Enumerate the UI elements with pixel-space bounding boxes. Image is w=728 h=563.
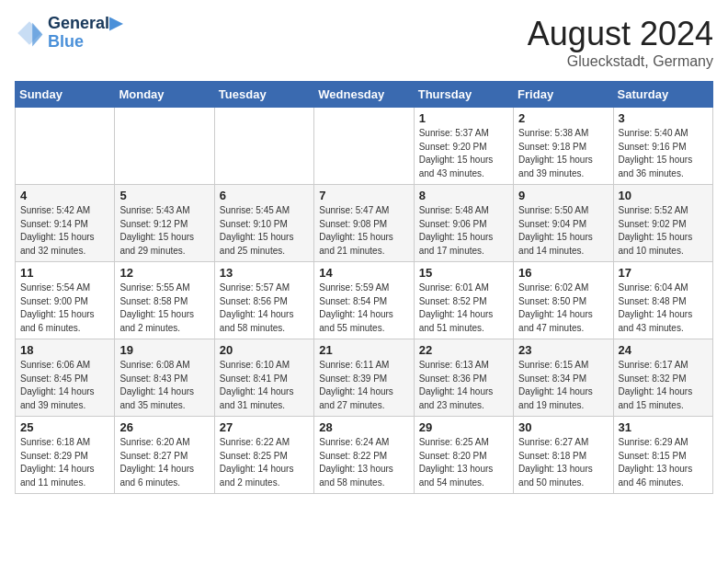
weekday-header-thursday: Thursday bbox=[414, 82, 513, 108]
calendar-cell: 5Sunrise: 5:43 AM Sunset: 9:12 PM Daylig… bbox=[115, 185, 214, 262]
day-info: Sunrise: 5:54 AM Sunset: 9:00 PM Dayligh… bbox=[20, 282, 109, 335]
calendar-cell: 28Sunrise: 6:24 AM Sunset: 8:22 PM Dayli… bbox=[314, 417, 414, 494]
day-info: Sunrise: 5:45 AM Sunset: 9:10 PM Dayligh… bbox=[220, 204, 309, 258]
day-info: Sunrise: 6:02 AM Sunset: 8:50 PM Dayligh… bbox=[518, 282, 608, 335]
day-number: 18 bbox=[20, 343, 109, 357]
calendar-cell bbox=[115, 108, 214, 185]
logo-text: General▶ Blue bbox=[48, 15, 122, 52]
calendar-cell: 22Sunrise: 6:13 AM Sunset: 8:36 PM Dayli… bbox=[414, 339, 513, 417]
day-number: 7 bbox=[319, 189, 408, 202]
calendar-cell: 25Sunrise: 6:18 AM Sunset: 8:29 PM Dayli… bbox=[16, 417, 115, 494]
weekday-header-row: SundayMondayTuesdayWednesdayThursdayFrid… bbox=[16, 82, 713, 108]
calendar-cell bbox=[214, 108, 313, 185]
calendar-cell: 9Sunrise: 5:50 AM Sunset: 9:04 PM Daylig… bbox=[514, 185, 613, 262]
day-info: Sunrise: 6:25 AM Sunset: 8:20 PM Dayligh… bbox=[419, 436, 508, 489]
calendar-week-row: 25Sunrise: 6:18 AM Sunset: 8:29 PM Dayli… bbox=[16, 417, 713, 494]
day-info: Sunrise: 5:43 AM Sunset: 9:12 PM Dayligh… bbox=[119, 204, 209, 258]
day-number: 6 bbox=[220, 189, 309, 202]
weekday-header-tuesday: Tuesday bbox=[214, 82, 313, 108]
calendar-cell: 15Sunrise: 6:01 AM Sunset: 8:52 PM Dayli… bbox=[414, 262, 513, 339]
day-info: Sunrise: 6:29 AM Sunset: 8:15 PM Dayligh… bbox=[619, 436, 708, 489]
day-info: Sunrise: 5:37 AM Sunset: 9:20 PM Dayligh… bbox=[419, 127, 508, 180]
day-number: 2 bbox=[518, 111, 608, 125]
day-number: 14 bbox=[319, 266, 408, 280]
calendar-week-row: 1Sunrise: 5:37 AM Sunset: 9:20 PM Daylig… bbox=[16, 108, 713, 185]
month-year-title: August 2024 bbox=[528, 15, 713, 53]
day-number: 22 bbox=[419, 343, 508, 357]
calendar-cell: 4Sunrise: 5:42 AM Sunset: 9:14 PM Daylig… bbox=[16, 185, 115, 262]
calendar-week-row: 18Sunrise: 6:06 AM Sunset: 8:45 PM Dayli… bbox=[16, 339, 713, 417]
day-info: Sunrise: 5:52 AM Sunset: 9:02 PM Dayligh… bbox=[619, 204, 708, 258]
calendar-week-row: 11Sunrise: 5:54 AM Sunset: 9:00 PM Dayli… bbox=[16, 262, 713, 339]
calendar-cell bbox=[16, 108, 115, 185]
calendar-cell bbox=[314, 108, 414, 185]
day-number: 20 bbox=[220, 343, 309, 357]
day-number: 19 bbox=[119, 343, 209, 357]
day-info: Sunrise: 6:22 AM Sunset: 8:25 PM Dayligh… bbox=[220, 436, 309, 489]
calendar-cell: 26Sunrise: 6:20 AM Sunset: 8:27 PM Dayli… bbox=[115, 417, 214, 494]
calendar-cell: 2Sunrise: 5:38 AM Sunset: 9:18 PM Daylig… bbox=[514, 108, 613, 185]
day-info: Sunrise: 6:24 AM Sunset: 8:22 PM Dayligh… bbox=[319, 436, 408, 489]
day-number: 5 bbox=[119, 189, 209, 202]
day-info: Sunrise: 6:01 AM Sunset: 8:52 PM Dayligh… bbox=[419, 282, 508, 335]
day-number: 27 bbox=[220, 420, 309, 434]
day-info: Sunrise: 6:27 AM Sunset: 8:18 PM Dayligh… bbox=[518, 436, 608, 489]
day-number: 15 bbox=[419, 266, 508, 280]
day-info: Sunrise: 5:48 AM Sunset: 9:06 PM Dayligh… bbox=[419, 204, 508, 258]
day-number: 3 bbox=[619, 111, 708, 125]
calendar-cell: 7Sunrise: 5:47 AM Sunset: 9:08 PM Daylig… bbox=[314, 185, 414, 262]
weekday-header-wednesday: Wednesday bbox=[314, 82, 414, 108]
day-number: 23 bbox=[518, 343, 608, 357]
day-info: Sunrise: 5:57 AM Sunset: 8:56 PM Dayligh… bbox=[220, 282, 309, 335]
day-number: 11 bbox=[20, 266, 109, 280]
page-header: General▶ Blue August 2024 Glueckstadt, G… bbox=[15, 15, 713, 70]
day-number: 4 bbox=[20, 189, 109, 202]
day-info: Sunrise: 5:47 AM Sunset: 9:08 PM Dayligh… bbox=[319, 204, 408, 258]
day-number: 13 bbox=[220, 266, 309, 280]
calendar-cell: 6Sunrise: 5:45 AM Sunset: 9:10 PM Daylig… bbox=[214, 185, 313, 262]
calendar-cell: 30Sunrise: 6:27 AM Sunset: 8:18 PM Dayli… bbox=[514, 417, 613, 494]
day-number: 9 bbox=[518, 189, 608, 202]
day-info: Sunrise: 5:59 AM Sunset: 8:54 PM Dayligh… bbox=[319, 282, 408, 335]
day-info: Sunrise: 6:06 AM Sunset: 8:45 PM Dayligh… bbox=[20, 359, 109, 412]
calendar-week-row: 4Sunrise: 5:42 AM Sunset: 9:14 PM Daylig… bbox=[16, 185, 713, 262]
day-info: Sunrise: 5:42 AM Sunset: 9:14 PM Dayligh… bbox=[20, 204, 109, 258]
calendar-cell: 16Sunrise: 6:02 AM Sunset: 8:50 PM Dayli… bbox=[514, 262, 613, 339]
day-info: Sunrise: 5:55 AM Sunset: 8:58 PM Dayligh… bbox=[119, 282, 209, 335]
day-info: Sunrise: 6:15 AM Sunset: 8:34 PM Dayligh… bbox=[518, 359, 608, 412]
day-info: Sunrise: 6:20 AM Sunset: 8:27 PM Dayligh… bbox=[119, 436, 209, 489]
calendar-table: SundayMondayTuesdayWednesdayThursdayFrid… bbox=[15, 81, 713, 494]
calendar-cell: 13Sunrise: 5:57 AM Sunset: 8:56 PM Dayli… bbox=[214, 262, 313, 339]
day-info: Sunrise: 6:10 AM Sunset: 8:41 PM Dayligh… bbox=[220, 359, 309, 412]
calendar-cell: 12Sunrise: 5:55 AM Sunset: 8:58 PM Dayli… bbox=[115, 262, 214, 339]
day-number: 12 bbox=[119, 266, 209, 280]
calendar-cell: 3Sunrise: 5:40 AM Sunset: 9:16 PM Daylig… bbox=[613, 108, 712, 185]
calendar-cell: 19Sunrise: 6:08 AM Sunset: 8:43 PM Dayli… bbox=[115, 339, 214, 417]
weekday-header-sunday: Sunday bbox=[16, 82, 115, 108]
calendar-cell: 29Sunrise: 6:25 AM Sunset: 8:20 PM Dayli… bbox=[414, 417, 513, 494]
day-info: Sunrise: 6:17 AM Sunset: 8:32 PM Dayligh… bbox=[619, 359, 708, 412]
calendar-cell: 23Sunrise: 6:15 AM Sunset: 8:34 PM Dayli… bbox=[514, 339, 613, 417]
weekday-header-monday: Monday bbox=[115, 82, 214, 108]
calendar-cell: 1Sunrise: 5:37 AM Sunset: 9:20 PM Daylig… bbox=[414, 108, 513, 185]
day-info: Sunrise: 6:18 AM Sunset: 8:29 PM Dayligh… bbox=[20, 436, 109, 489]
day-info: Sunrise: 6:04 AM Sunset: 8:48 PM Dayligh… bbox=[619, 282, 708, 335]
calendar-cell: 27Sunrise: 6:22 AM Sunset: 8:25 PM Dayli… bbox=[214, 417, 313, 494]
day-info: Sunrise: 6:13 AM Sunset: 8:36 PM Dayligh… bbox=[419, 359, 508, 412]
day-info: Sunrise: 5:38 AM Sunset: 9:18 PM Dayligh… bbox=[518, 127, 608, 180]
day-number: 16 bbox=[518, 266, 608, 280]
title-block: August 2024 Glueckstadt, Germany bbox=[528, 15, 713, 70]
day-info: Sunrise: 5:50 AM Sunset: 9:04 PM Dayligh… bbox=[518, 204, 608, 258]
calendar-cell: 24Sunrise: 6:17 AM Sunset: 8:32 PM Dayli… bbox=[613, 339, 712, 417]
calendar-cell: 21Sunrise: 6:11 AM Sunset: 8:39 PM Dayli… bbox=[314, 339, 414, 417]
calendar-cell: 31Sunrise: 6:29 AM Sunset: 8:15 PM Dayli… bbox=[613, 417, 712, 494]
calendar-cell: 17Sunrise: 6:04 AM Sunset: 8:48 PM Dayli… bbox=[613, 262, 712, 339]
day-number: 17 bbox=[619, 266, 708, 280]
day-number: 26 bbox=[119, 420, 209, 434]
calendar-cell: 11Sunrise: 5:54 AM Sunset: 9:00 PM Dayli… bbox=[16, 262, 115, 339]
day-info: Sunrise: 6:08 AM Sunset: 8:43 PM Dayligh… bbox=[119, 359, 209, 412]
day-number: 24 bbox=[619, 343, 708, 357]
calendar-cell: 10Sunrise: 5:52 AM Sunset: 9:02 PM Dayli… bbox=[613, 185, 712, 262]
calendar-cell: 14Sunrise: 5:59 AM Sunset: 8:54 PM Dayli… bbox=[314, 262, 414, 339]
location-subtitle: Glueckstadt, Germany bbox=[528, 53, 713, 70]
